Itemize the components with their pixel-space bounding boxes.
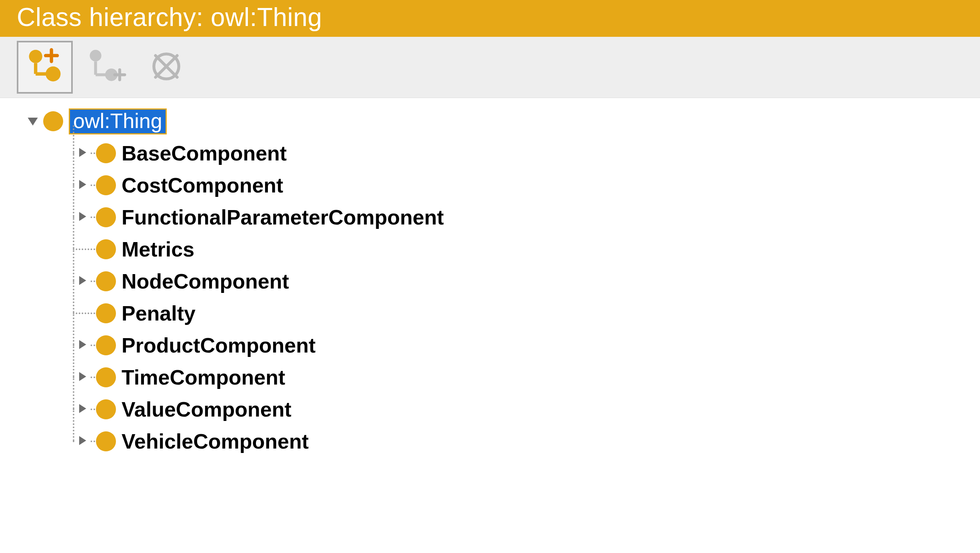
svg-marker-17 bbox=[79, 180, 86, 189]
tree-node-label: Metrics bbox=[122, 238, 194, 260]
add-sibling-class-button[interactable] bbox=[17, 41, 73, 94]
expander-icon[interactable] bbox=[75, 178, 90, 192]
expander-slot[interactable] bbox=[66, 402, 91, 417]
svg-marker-22 bbox=[79, 404, 86, 413]
tree-node[interactable]: ValueComponent bbox=[66, 393, 980, 425]
class-icon bbox=[96, 303, 116, 323]
expander-owl-thing[interactable] bbox=[26, 114, 40, 128]
expander-slot[interactable] bbox=[66, 370, 91, 385]
svg-point-3 bbox=[46, 66, 60, 81]
tree-node-label: TimeComponent bbox=[122, 367, 285, 389]
expander-slot[interactable] bbox=[66, 178, 91, 192]
tree-node[interactable]: TimeComponent bbox=[66, 361, 980, 393]
tree-node[interactable]: BaseComponent bbox=[66, 137, 980, 169]
expander-icon[interactable] bbox=[75, 146, 90, 160]
panel-title-bar: Class hierarchy: owl:Thing bbox=[0, 0, 980, 37]
tree-node[interactable]: Penalty bbox=[66, 297, 980, 329]
tree-node[interactable]: FunctionalParameterComponent bbox=[66, 201, 980, 233]
class-icon bbox=[96, 143, 116, 163]
class-icon bbox=[96, 271, 116, 291]
class-icon bbox=[96, 239, 116, 259]
class-icon bbox=[96, 367, 116, 387]
tree-node[interactable]: VehicleComponent bbox=[66, 425, 980, 457]
tree-node-label: CostComponent bbox=[122, 174, 283, 196]
add-sibling-class-icon bbox=[24, 46, 66, 89]
tree-node-label: owl:Thing bbox=[69, 108, 167, 134]
svg-marker-18 bbox=[79, 212, 86, 221]
panel-title-text: Class hierarchy: owl:Thing bbox=[17, 3, 322, 32]
tree-node-label: ProductComponent bbox=[122, 335, 315, 357]
delete-class-button[interactable] bbox=[138, 41, 194, 94]
class-icon bbox=[96, 175, 116, 195]
svg-marker-19 bbox=[79, 276, 86, 285]
svg-marker-23 bbox=[79, 436, 86, 445]
tree-node-label: BaseComponent bbox=[122, 142, 287, 164]
tree-node-owl-thing[interactable]: owl:Thing bbox=[26, 105, 980, 137]
expander-icon[interactable] bbox=[75, 210, 90, 224]
tree-node-label: ValueComponent bbox=[122, 399, 291, 421]
expander-icon[interactable] bbox=[75, 434, 90, 449]
tree-node[interactable]: CostComponent bbox=[66, 169, 980, 201]
tree-node[interactable]: Metrics bbox=[66, 233, 980, 265]
svg-marker-15 bbox=[28, 118, 38, 126]
class-icon bbox=[96, 207, 116, 227]
tree-node-label: NodeComponent bbox=[122, 270, 289, 293]
svg-marker-20 bbox=[79, 340, 86, 349]
class-tree[interactable]: owl:Thing BaseComponentCostComponentFunc… bbox=[0, 98, 980, 457]
class-icon bbox=[96, 431, 116, 451]
tree-node-label: VehicleComponent bbox=[122, 431, 309, 453]
class-icon bbox=[96, 335, 116, 355]
expander-slot[interactable] bbox=[66, 274, 91, 289]
expander-icon[interactable] bbox=[75, 402, 90, 417]
tree-node-label: Penalty bbox=[122, 303, 196, 325]
svg-marker-16 bbox=[79, 148, 86, 157]
toolbar bbox=[0, 37, 980, 98]
expander-icon[interactable] bbox=[75, 370, 90, 385]
svg-marker-21 bbox=[79, 372, 86, 381]
expander-slot[interactable] bbox=[66, 146, 91, 160]
expander-slot[interactable] bbox=[66, 434, 91, 449]
tree-node-label: FunctionalParameterComponent bbox=[122, 206, 444, 228]
svg-point-0 bbox=[29, 50, 42, 63]
svg-point-6 bbox=[90, 50, 101, 62]
add-sub-class-button[interactable] bbox=[78, 41, 134, 94]
expander-slot[interactable] bbox=[66, 338, 91, 353]
expander-icon[interactable] bbox=[75, 338, 90, 353]
tree-children: BaseComponentCostComponentFunctionalPara… bbox=[66, 137, 980, 457]
class-icon bbox=[43, 111, 63, 131]
expander-slot[interactable] bbox=[66, 210, 91, 224]
tree-node[interactable]: ProductComponent bbox=[66, 329, 980, 361]
delete-class-icon bbox=[146, 46, 187, 89]
add-sub-class-icon bbox=[85, 46, 126, 89]
class-icon bbox=[96, 399, 116, 419]
tree-node[interactable]: NodeComponent bbox=[66, 265, 980, 297]
class-hierarchy-panel: Class hierarchy: owl:Thing bbox=[0, 0, 980, 457]
expander-icon[interactable] bbox=[75, 274, 90, 289]
